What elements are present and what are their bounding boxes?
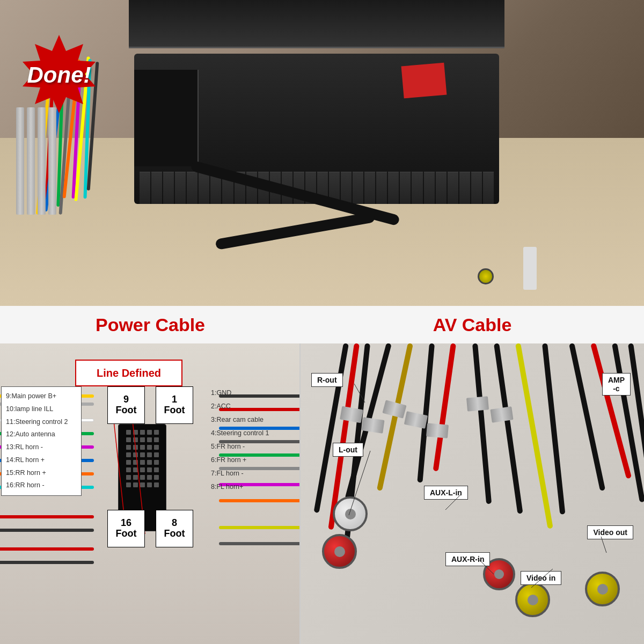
cable-clip-3 xyxy=(382,400,406,419)
left-label-2: 10:lamp line ILL xyxy=(6,403,77,416)
content-row: Line Defined 9 Foot 1 Foot 16 Foot xyxy=(0,343,644,644)
labels-row: Power Cable AV Cable xyxy=(0,306,644,343)
power-cable-label: Power Cable xyxy=(0,306,301,343)
right-label-6: 6:FR horn + xyxy=(211,453,297,467)
cable-clip-6 xyxy=(466,396,489,411)
foot-16-label: 16 Foot xyxy=(107,510,145,547)
right-label-5: 5:FR horn - xyxy=(211,440,297,453)
yellow-rca-3 xyxy=(585,572,620,606)
white-rca-plug xyxy=(333,496,368,531)
main-device xyxy=(134,54,499,204)
left-label-5: 13:RL horn - xyxy=(6,441,77,454)
foot-1-number: 1 xyxy=(172,394,177,405)
starburst-shape: Done! xyxy=(16,32,102,118)
av-wire-area: R-out L-out AMP-c AUX-L-in AUX-R-in Vide… xyxy=(301,343,644,644)
foot-9-text: Foot xyxy=(116,405,137,416)
video-out-label: Video out xyxy=(587,525,633,539)
cable-clip-2 xyxy=(361,417,384,433)
device-connector-left xyxy=(134,70,199,166)
foot-8-text: Foot xyxy=(164,529,185,539)
left-labels-box: 9:Main power B+ 10:lamp line ILL 11:Stee… xyxy=(1,386,82,496)
monitor-top xyxy=(129,0,504,48)
l-out-label: L-out xyxy=(333,443,363,457)
amp-c-label: AMP-c xyxy=(602,373,631,396)
left-label-8: 16:RR horn - xyxy=(6,479,77,492)
right-label-4: 4:Steering control 1 xyxy=(211,427,297,440)
aux-r-in-label: AUX-R-in xyxy=(445,552,490,566)
foot-9-label: 9 Foot xyxy=(107,386,145,424)
left-label-list: 9:Main power B+ 10:lamp line ILL 11:Stee… xyxy=(6,390,77,492)
left-label-3: 11:Steering control 2 xyxy=(6,416,77,429)
av-cable-section: R-out L-out AMP-c AUX-L-in AUX-R-in Vide… xyxy=(301,343,644,644)
red-sticker xyxy=(401,63,447,99)
power-cable-section: Line Defined 9 Foot 1 Foot 16 Foot xyxy=(0,343,301,644)
foot-8-label: 8 Foot xyxy=(156,510,193,547)
yellow-rca-av xyxy=(515,582,550,617)
cable-clip-5 xyxy=(426,423,449,438)
right-label-1: 1:GND xyxy=(211,386,297,400)
foot-1-text: Foot xyxy=(164,405,185,416)
r-out-label: R-out xyxy=(311,373,343,387)
line-defined-box: Line Defined xyxy=(75,360,182,386)
done-badge: Done! xyxy=(16,32,102,118)
left-label-4: 12:Auto antenna xyxy=(6,428,77,441)
right-label-7: 7:FL horn - xyxy=(211,467,297,480)
left-label-7: 15:RR horn + xyxy=(6,467,77,480)
aux-l-in-label: AUX-L-in xyxy=(424,486,468,500)
done-text: Done! xyxy=(27,62,91,88)
av-cable-label: AV Cable xyxy=(301,306,644,343)
line-defined-text: Line Defined xyxy=(97,367,161,379)
right-label-list: 1:GND 2:ACC 3:Rear cam cable 4:Steering … xyxy=(211,386,297,494)
white-plug xyxy=(523,247,537,290)
foot-16-text: Foot xyxy=(116,529,137,539)
video-in-label: Video in xyxy=(521,571,561,585)
top-photo-section: Done! xyxy=(0,0,644,306)
foot-9-number: 9 xyxy=(123,394,129,405)
right-label-8: 8:FL horn+ xyxy=(211,480,297,494)
left-label-6: 14:RL horn + xyxy=(6,454,77,467)
foot-16-number: 16 xyxy=(121,518,131,529)
metal-brackets xyxy=(5,107,70,241)
red-rca-plug xyxy=(322,534,357,569)
yellow-rca-top xyxy=(478,268,494,284)
left-label-1: 9:Main power B+ xyxy=(6,390,77,403)
bottom-section: Power Cable AV Cable xyxy=(0,306,644,644)
right-labels-box: 1:GND 2:ACC 3:Rear cam cable 4:Steering … xyxy=(211,386,297,494)
foot-1-label: 1 Foot xyxy=(156,386,193,424)
right-label-2: 2:ACC xyxy=(211,400,297,413)
right-label-3: 3:Rear cam cable xyxy=(211,413,297,427)
foot-8-number: 8 xyxy=(172,518,177,529)
